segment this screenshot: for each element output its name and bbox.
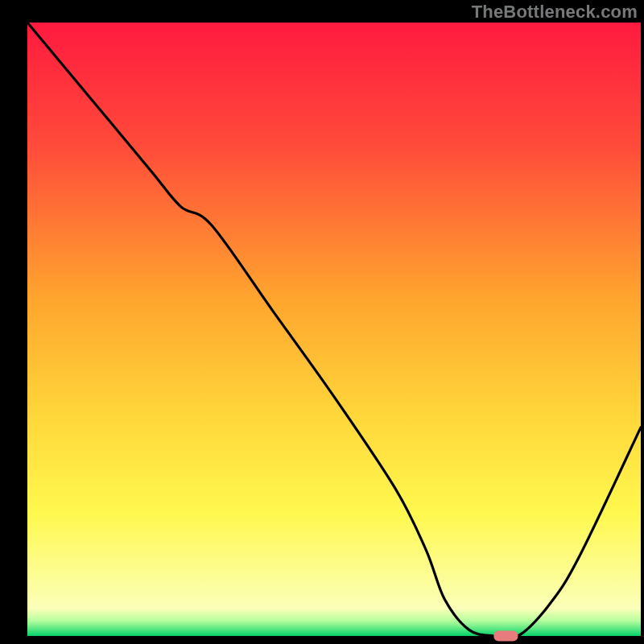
optimal-point-marker [493,631,518,642]
bottleneck-chart [0,0,644,644]
chart-stage: TheBottleneck.com [0,0,644,644]
heat-gradient-area [27,23,641,636]
watermark-text: TheBottleneck.com [472,2,638,23]
